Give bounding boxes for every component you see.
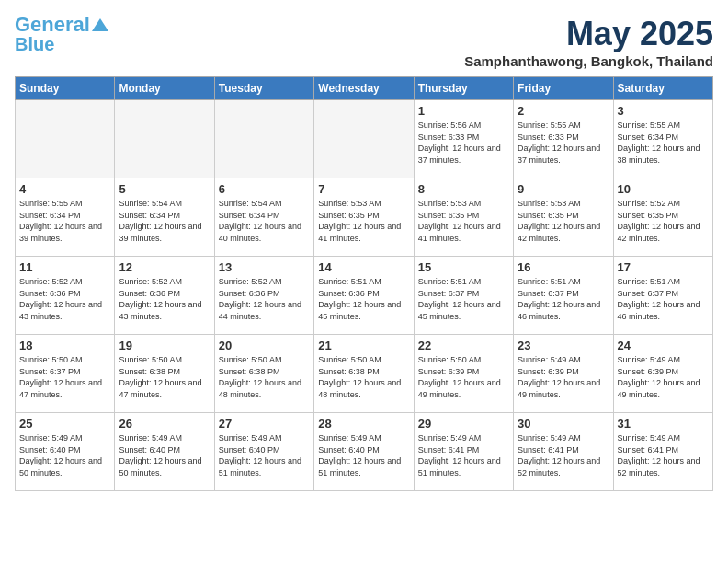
day-info: Sunrise: 5:55 AM Sunset: 6:33 PM Dayligh… bbox=[518, 120, 609, 166]
day-info: Sunrise: 5:56 AM Sunset: 6:33 PM Dayligh… bbox=[418, 120, 509, 166]
week-row-5: 25Sunrise: 5:49 AM Sunset: 6:40 PM Dayli… bbox=[16, 413, 713, 491]
calendar-cell bbox=[314, 100, 414, 178]
calendar-cell: 10Sunrise: 5:52 AM Sunset: 6:35 PM Dayli… bbox=[613, 178, 712, 257]
day-info: Sunrise: 5:51 AM Sunset: 6:37 PM Dayligh… bbox=[618, 276, 709, 322]
day-number: 27 bbox=[219, 417, 310, 431]
day-number: 20 bbox=[219, 339, 310, 352]
day-info: Sunrise: 5:53 AM Sunset: 6:35 PM Dayligh… bbox=[518, 198, 609, 244]
weekday-header-row: SundayMondayTuesdayWednesdayThursdayFrid… bbox=[16, 77, 713, 100]
calendar-cell: 4Sunrise: 5:55 AM Sunset: 6:34 PM Daylig… bbox=[16, 178, 115, 257]
calendar-cell: 15Sunrise: 5:51 AM Sunset: 6:37 PM Dayli… bbox=[414, 257, 513, 335]
title-block: May 2025 Samphanthawong, Bangkok, Thaila… bbox=[464, 15, 713, 69]
calendar-cell: 25Sunrise: 5:49 AM Sunset: 6:40 PM Dayli… bbox=[16, 413, 115, 491]
day-number: 21 bbox=[318, 339, 409, 352]
weekday-header-friday: Friday bbox=[514, 77, 613, 100]
day-number: 7 bbox=[318, 182, 409, 196]
calendar-cell: 18Sunrise: 5:50 AM Sunset: 6:37 PM Dayli… bbox=[16, 335, 115, 413]
logo: General Blue bbox=[15, 15, 108, 53]
day-info: Sunrise: 5:54 AM Sunset: 6:34 PM Dayligh… bbox=[119, 198, 210, 244]
calendar-cell: 8Sunrise: 5:53 AM Sunset: 6:35 PM Daylig… bbox=[414, 178, 513, 257]
day-info: Sunrise: 5:54 AM Sunset: 6:34 PM Dayligh… bbox=[219, 198, 310, 244]
day-info: Sunrise: 5:55 AM Sunset: 6:34 PM Dayligh… bbox=[19, 198, 110, 244]
calendar-cell: 20Sunrise: 5:50 AM Sunset: 6:38 PM Dayli… bbox=[214, 335, 313, 413]
week-row-3: 11Sunrise: 5:52 AM Sunset: 6:36 PM Dayli… bbox=[16, 257, 713, 335]
weekday-header-sunday: Sunday bbox=[16, 77, 115, 100]
day-number: 18 bbox=[19, 339, 110, 352]
calendar-cell: 3Sunrise: 5:55 AM Sunset: 6:34 PM Daylig… bbox=[613, 100, 712, 178]
day-info: Sunrise: 5:51 AM Sunset: 6:37 PM Dayligh… bbox=[418, 276, 509, 322]
day-info: Sunrise: 5:50 AM Sunset: 6:39 PM Dayligh… bbox=[418, 354, 509, 400]
day-number: 8 bbox=[418, 182, 509, 196]
month-title: May 2025 bbox=[464, 15, 713, 53]
day-number: 24 bbox=[618, 339, 709, 352]
calendar-cell: 9Sunrise: 5:53 AM Sunset: 6:35 PM Daylig… bbox=[514, 178, 613, 257]
day-number: 14 bbox=[318, 260, 409, 274]
day-number: 16 bbox=[518, 260, 609, 274]
weekday-header-thursday: Thursday bbox=[414, 77, 513, 100]
weekday-header-tuesday: Tuesday bbox=[214, 77, 313, 100]
weekday-header-wednesday: Wednesday bbox=[314, 77, 414, 100]
calendar-cell bbox=[115, 100, 214, 178]
day-info: Sunrise: 5:50 AM Sunset: 6:37 PM Dayligh… bbox=[19, 354, 110, 400]
calendar-cell: 28Sunrise: 5:49 AM Sunset: 6:40 PM Dayli… bbox=[314, 413, 414, 491]
calendar-cell: 29Sunrise: 5:49 AM Sunset: 6:41 PM Dayli… bbox=[414, 413, 513, 491]
day-number: 5 bbox=[119, 182, 210, 196]
calendar-cell: 13Sunrise: 5:52 AM Sunset: 6:36 PM Dayli… bbox=[214, 257, 313, 335]
calendar-cell: 26Sunrise: 5:49 AM Sunset: 6:40 PM Dayli… bbox=[115, 413, 214, 491]
day-info: Sunrise: 5:49 AM Sunset: 6:41 PM Dayligh… bbox=[618, 432, 709, 478]
day-info: Sunrise: 5:49 AM Sunset: 6:40 PM Dayligh… bbox=[318, 432, 409, 478]
day-info: Sunrise: 5:51 AM Sunset: 6:37 PM Dayligh… bbox=[518, 276, 609, 322]
day-info: Sunrise: 5:50 AM Sunset: 6:38 PM Dayligh… bbox=[219, 354, 310, 400]
day-info: Sunrise: 5:49 AM Sunset: 6:40 PM Dayligh… bbox=[219, 432, 310, 478]
calendar-cell: 7Sunrise: 5:53 AM Sunset: 6:35 PM Daylig… bbox=[314, 178, 414, 257]
day-number: 1 bbox=[418, 104, 509, 118]
calendar-cell: 30Sunrise: 5:49 AM Sunset: 6:41 PM Dayli… bbox=[514, 413, 613, 491]
day-number: 13 bbox=[219, 260, 310, 274]
calendar-cell: 1Sunrise: 5:56 AM Sunset: 6:33 PM Daylig… bbox=[414, 100, 513, 178]
day-info: Sunrise: 5:52 AM Sunset: 6:36 PM Dayligh… bbox=[19, 276, 110, 322]
calendar-cell: 24Sunrise: 5:49 AM Sunset: 6:39 PM Dayli… bbox=[613, 335, 712, 413]
day-info: Sunrise: 5:53 AM Sunset: 6:35 PM Dayligh… bbox=[318, 198, 409, 244]
logo-blue: Blue bbox=[15, 35, 54, 53]
calendar-cell: 11Sunrise: 5:52 AM Sunset: 6:36 PM Dayli… bbox=[16, 257, 115, 335]
day-info: Sunrise: 5:55 AM Sunset: 6:34 PM Dayligh… bbox=[618, 120, 709, 166]
day-number: 30 bbox=[518, 417, 609, 431]
day-number: 6 bbox=[219, 182, 310, 196]
calendar-cell: 2Sunrise: 5:55 AM Sunset: 6:33 PM Daylig… bbox=[514, 100, 613, 178]
weekday-header-saturday: Saturday bbox=[613, 77, 712, 100]
calendar-cell: 21Sunrise: 5:50 AM Sunset: 6:38 PM Dayli… bbox=[314, 335, 414, 413]
day-number: 31 bbox=[618, 417, 709, 431]
calendar-cell: 22Sunrise: 5:50 AM Sunset: 6:39 PM Dayli… bbox=[414, 335, 513, 413]
day-number: 17 bbox=[618, 260, 709, 274]
day-number: 28 bbox=[318, 417, 409, 431]
day-info: Sunrise: 5:49 AM Sunset: 6:39 PM Dayligh… bbox=[518, 354, 609, 400]
day-info: Sunrise: 5:49 AM Sunset: 6:40 PM Dayligh… bbox=[19, 432, 110, 478]
day-number: 12 bbox=[119, 260, 210, 274]
day-info: Sunrise: 5:49 AM Sunset: 6:39 PM Dayligh… bbox=[618, 354, 709, 400]
day-number: 26 bbox=[119, 417, 210, 431]
calendar-cell bbox=[214, 100, 313, 178]
calendar-cell: 14Sunrise: 5:51 AM Sunset: 6:36 PM Dayli… bbox=[314, 257, 414, 335]
week-row-1: 1Sunrise: 5:56 AM Sunset: 6:33 PM Daylig… bbox=[16, 100, 713, 178]
day-number: 4 bbox=[19, 182, 110, 196]
calendar-table: SundayMondayTuesdayWednesdayThursdayFrid… bbox=[15, 76, 713, 491]
logo-text: General bbox=[15, 15, 90, 35]
calendar-cell: 6Sunrise: 5:54 AM Sunset: 6:34 PM Daylig… bbox=[214, 178, 313, 257]
day-info: Sunrise: 5:52 AM Sunset: 6:36 PM Dayligh… bbox=[219, 276, 310, 322]
day-number: 2 bbox=[518, 104, 609, 118]
day-number: 25 bbox=[19, 417, 110, 431]
calendar-cell: 17Sunrise: 5:51 AM Sunset: 6:37 PM Dayli… bbox=[613, 257, 712, 335]
location: Samphanthawong, Bangkok, Thailand bbox=[464, 53, 713, 69]
day-number: 29 bbox=[418, 417, 509, 431]
calendar-cell: 19Sunrise: 5:50 AM Sunset: 6:38 PM Dayli… bbox=[115, 335, 214, 413]
day-info: Sunrise: 5:50 AM Sunset: 6:38 PM Dayligh… bbox=[119, 354, 210, 400]
day-info: Sunrise: 5:53 AM Sunset: 6:35 PM Dayligh… bbox=[418, 198, 509, 244]
week-row-4: 18Sunrise: 5:50 AM Sunset: 6:37 PM Dayli… bbox=[16, 335, 713, 413]
day-info: Sunrise: 5:49 AM Sunset: 6:41 PM Dayligh… bbox=[518, 432, 609, 478]
calendar-cell bbox=[16, 100, 115, 178]
day-number: 11 bbox=[19, 260, 110, 274]
calendar-cell: 16Sunrise: 5:51 AM Sunset: 6:37 PM Dayli… bbox=[514, 257, 613, 335]
calendar-cell: 27Sunrise: 5:49 AM Sunset: 6:40 PM Dayli… bbox=[214, 413, 313, 491]
day-number: 22 bbox=[418, 339, 509, 352]
day-number: 15 bbox=[418, 260, 509, 274]
